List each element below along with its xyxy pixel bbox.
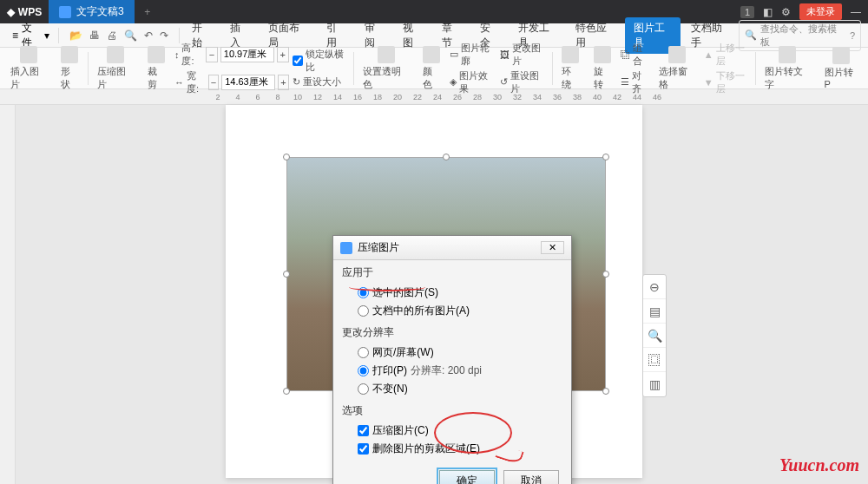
redo-icon[interactable]: ↷ <box>160 29 168 42</box>
shape-button[interactable]: 形状 <box>56 46 84 91</box>
selpane-icon <box>668 46 686 63</box>
print-icon[interactable]: 🖨 <box>107 29 117 42</box>
float-tool-2[interactable]: 🔍 <box>643 324 666 348</box>
watermark: Yuucn.com <box>779 455 859 475</box>
resize-handle-bl[interactable] <box>283 388 290 395</box>
login-button[interactable]: 未登录 <box>799 3 842 20</box>
up-layer-button[interactable]: ▲上移一层 <box>704 42 752 68</box>
selected-pic-label: 选中的图片(S) <box>372 285 438 300</box>
print-radio[interactable] <box>358 365 369 376</box>
height-dec[interactable]: − <box>206 47 218 62</box>
compress-button[interactable]: 压缩图片 <box>92 46 139 91</box>
down-layer-button[interactable]: ▼下移一层 <box>704 69 752 95</box>
hamburger-icon: ≡ <box>12 29 18 42</box>
wps-logo: ◆ WPS <box>0 6 49 18</box>
change-pic-icon: 🖼 <box>500 49 510 60</box>
reset-size-icon[interactable]: ↻ <box>293 76 300 88</box>
float-tool-4[interactable]: ▥ <box>643 372 666 396</box>
lock-ratio-checkbox[interactable] <box>293 56 303 66</box>
change-pic-button[interactable]: 🖼更改图片 <box>500 42 548 68</box>
width-icon: ↔ <box>174 77 184 88</box>
height-input[interactable] <box>220 47 274 62</box>
height-icon: ↕ <box>174 49 180 60</box>
dialog-title: 压缩图片 <box>358 240 399 255</box>
selection-pane-button[interactable]: 选择窗格 <box>654 46 700 91</box>
quick-access: 📂 🖶 🖨 🔍 ↶ ↷ <box>62 29 175 42</box>
settings-icon[interactable]: ⚙ <box>781 6 791 18</box>
chevron-down-icon: ▾ <box>44 29 49 42</box>
delete-crop-checkbox[interactable] <box>358 443 369 455</box>
height-inc[interactable]: + <box>277 47 289 62</box>
reset-pic-icon: ↺ <box>500 76 508 88</box>
insert-picture-button[interactable]: 插入图片 <box>5 46 52 91</box>
outline-icon: ▭ <box>450 49 458 60</box>
shape-icon <box>61 46 78 63</box>
reset-pic-button[interactable]: ↺重设图片 <box>500 69 548 95</box>
effects-icon: ◈ <box>450 76 457 88</box>
resolution-value: 分辨率: 200 dpi <box>411 363 482 378</box>
effects-button[interactable]: ◈图片效果 <box>450 69 496 95</box>
app-name: WPS <box>18 6 42 18</box>
float-tool-3[interactable]: ⿴ <box>643 348 666 372</box>
doc-icon <box>59 6 71 18</box>
dialog-titlebar[interactable]: 压缩图片 ✕ <box>333 236 571 260</box>
compress-label: 压缩图片(C) <box>372 423 429 438</box>
nochange-label: 不变(N) <box>372 382 408 396</box>
vertical-ruler <box>0 105 16 484</box>
resize-handle-tl[interactable] <box>283 154 290 160</box>
document-canvas[interactable]: ⊖▤🔍⿴▥ 压缩图片 ✕ 应用于 选中的图片(S) 文档中的所有图片(A) 更改… <box>0 105 868 484</box>
pic-to-text-button[interactable]: 图片转文字 <box>760 46 815 91</box>
wrap-button[interactable]: 环绕 <box>556 46 585 91</box>
wrap-icon <box>562 46 579 63</box>
apply-section-title: 应用于 <box>342 265 562 280</box>
color-button[interactable]: 颜色 <box>418 46 446 91</box>
align-button[interactable]: ☰对齐 <box>621 69 650 95</box>
web-radio[interactable] <box>358 347 369 358</box>
resize-handle-tm[interactable] <box>443 154 450 160</box>
pic2pdf-icon <box>832 47 850 64</box>
down-layer-icon: ▼ <box>704 77 713 88</box>
skin-icon[interactable]: ◧ <box>763 6 773 18</box>
help-icon[interactable]: ? <box>850 30 855 41</box>
options-section-title: 选项 <box>342 403 562 418</box>
document-tab[interactable]: 文字文稿3 <box>49 0 135 23</box>
dialog-close-button[interactable]: ✕ <box>541 241 564 254</box>
cancel-button[interactable]: 取消 <box>503 470 559 484</box>
notification-badge[interactable]: 1 <box>740 6 754 18</box>
color-icon <box>423 46 440 63</box>
set-transparent-button[interactable]: 设置透明色 <box>358 46 413 91</box>
new-tab-button[interactable]: + <box>135 6 161 18</box>
float-tool-1[interactable]: ▤ <box>643 299 666 324</box>
width-input[interactable] <box>221 75 275 90</box>
resize-handle-ml[interactable] <box>283 271 290 278</box>
reset-size-label[interactable]: 重设大小 <box>303 75 341 88</box>
outline-button[interactable]: ▭图片轮廓 <box>450 42 496 68</box>
dialog-icon <box>340 242 352 254</box>
all-pics-label: 文档中的所有图片(A) <box>372 304 470 318</box>
open-icon[interactable]: 📂 <box>69 29 82 42</box>
nochange-radio[interactable] <box>358 383 369 395</box>
compress-checkbox[interactable] <box>358 425 369 436</box>
undo-icon[interactable]: ↶ <box>144 29 153 42</box>
minimize-icon[interactable]: — <box>851 6 861 18</box>
resize-handle-mr[interactable] <box>602 271 609 278</box>
all-pics-radio[interactable] <box>358 305 369 317</box>
preview-icon[interactable]: 🔍 <box>124 29 137 42</box>
crop-button[interactable]: 裁剪 <box>142 46 171 91</box>
width-dec[interactable]: − <box>208 75 219 90</box>
float-tool-0[interactable]: ⊖ <box>643 275 666 299</box>
image-float-toolbar: ⊖▤🔍⿴▥ <box>642 274 667 397</box>
rotate-button[interactable]: 旋转 <box>589 46 617 91</box>
combine-button[interactable]: ⿻组合 <box>621 42 650 68</box>
combine-icon: ⿻ <box>621 49 630 60</box>
resize-handle-tr[interactable] <box>602 154 609 160</box>
search-icon: 🔍 <box>745 29 757 41</box>
save-icon[interactable]: 🖶 <box>89 29 100 42</box>
pic-to-pdf-button[interactable]: 图片转P <box>819 47 864 89</box>
width-inc[interactable]: + <box>278 75 288 90</box>
selected-pic-radio[interactable] <box>358 287 369 298</box>
delete-crop-label: 删除图片的剪裁区域(E) <box>372 441 480 456</box>
web-label: 网页/屏幕(W) <box>372 345 434 360</box>
resize-handle-br[interactable] <box>602 388 609 395</box>
ok-button[interactable]: 确定 <box>439 470 495 484</box>
